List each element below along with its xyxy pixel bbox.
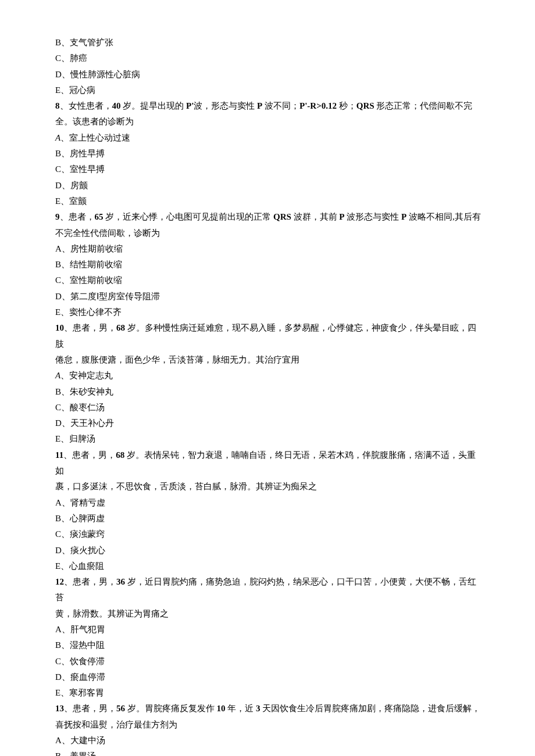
text: C、痰浊蒙窍 [55,529,105,539]
q10-option-d: D、天王补心丹 [55,415,483,431]
q11-option-e: E、心血瘀阻 [55,558,483,574]
q11-option-d: D、痰火扰心 [55,543,483,558]
text: 波群，其前 [291,212,340,221]
text: C、室性早搏 [55,164,105,174]
q7-option-c: C、肺癌 [55,51,483,66]
text: B、湿热中阻 [55,640,105,650]
q9-stem-line1: 9、患者，65 岁，近来心悸，心电图可见提前出现的正常 QRS 波群，其前 P … [55,209,483,225]
q11-option-c: C、痰浊蒙窍 [55,526,483,542]
q-number: 13 [55,704,64,713]
q7-option-b: B、支气管扩张 [55,35,483,51]
text: 喜抚按和温熨，治疗最佳方剂为 [55,720,177,729]
text: E、寒邪客胃 [55,688,104,697]
text: A、肾精亏虚 [55,498,105,507]
q10-option-e: E、归脾汤 [55,431,483,447]
q9-option-b: B、结性期前收缩 [55,257,483,273]
text: D、瘀血停滞 [55,672,105,682]
q-number: 12 [55,577,64,586]
text: P' [186,101,194,110]
q7-option-d: D、慢性肺源性心脏病 [55,67,483,83]
q10-option-b: B、朱砂安神丸 [55,384,483,400]
text: 全。该患者的诊断为 [55,117,134,126]
text: QRS [356,101,374,110]
text: 、室上性心动过速 [60,133,130,142]
q9-option-c: C、室性期前收缩 [55,273,483,288]
option-letter: A [55,371,60,380]
text: 、安神定志丸 [60,371,113,380]
q12-stem-line1: 12、患者，男，36 岁，近日胃脘灼痛，痛势急迫，脘闷灼热，纳呆恶心，口干口苦，… [55,574,483,606]
text: 秒； [337,101,356,110]
q-number: 11 [55,450,63,460]
text: 、患者，男， [64,577,116,586]
text: C、酸枣仁汤 [55,403,105,412]
text: 波略不相同,其后有 [406,212,481,221]
text: B、养胃汤 [55,751,96,756]
q11-option-a: A、肾精亏虚 [55,495,483,511]
text: 岁，近来心悸，心电图可见提前出现的正常 [104,212,274,221]
text: B、房性早搏 [55,149,105,158]
q7-option-e: E、冠心病 [55,83,483,98]
text: 不完全性代偿间歇，诊断为 [55,228,160,238]
q9-option-d: D、第二度Ⅰ型房室传导阻滞 [55,289,483,304]
text: B、心脾两虚 [55,514,105,523]
text: D、天王补心丹 [55,418,114,428]
q9-option-e: E、窦性心律不齐 [55,304,483,320]
text: 、患者， [60,212,95,221]
q-number: 10 [55,323,64,332]
text: A、大建中汤 [55,736,105,745]
option-letter: A [55,133,60,142]
text: 3 [256,704,261,713]
text: 黄，脉滑数。其辨证为胃痛之 [55,609,169,618]
text: B、支气管扩张 [55,38,113,47]
text: 波不同； [262,101,299,110]
text: D、第二度Ⅰ型房室传导阻滞 [55,292,160,301]
age: 65 [95,212,104,221]
text: 天因饮食生冷后胃脘疼痛加剧，疼痛隐隐，进食后缓解， [261,704,481,713]
text: D、房颤 [55,181,88,190]
q10-stem-line2: 倦怠，腹胀便溏，面色少华，舌淡苔薄，脉细无力。其治疗宜用 [55,352,483,368]
q11-stem-line1: 11、患者，男，68 岁。表情呆钝，智力衰退，喃喃自语，终日无语，呆若木鸡，伴脘… [55,447,483,479]
text: E、窦性心律不齐 [55,307,122,317]
q8-option-a: A、室上性心动过速 [55,130,483,146]
text: 裹，口多涎沫，不思饮食，舌质淡，苔白腻，脉滑。其辨证为痴呆之 [55,482,317,491]
q12-option-a: A、肝气犯胃 [55,622,483,637]
text: 形态正常；代偿间歇不完 [374,101,473,110]
text: 岁。胃脘疼痛反复发作 [125,704,217,713]
q8-option-b: B、房性早搏 [55,146,483,162]
q12-option-e: E、寒邪客胃 [55,685,483,701]
q9-option-a: A、房性期前收缩 [55,241,483,257]
q9-stem-line2: 不完全性代偿间歇，诊断为 [55,225,483,241]
text: 、女性患者， [60,101,112,110]
age: 56 [116,704,125,713]
q11-option-b: B、心脾两虚 [55,511,483,526]
q10-option-c: C、酸枣仁汤 [55,400,483,415]
text: 、患者，男， [64,323,116,332]
text: 波形态与窦性 [345,212,402,221]
text: E、冠心病 [55,85,95,95]
q10-option-a: A、安神定志丸 [55,368,483,384]
q12-option-c: C、饮食停滞 [55,654,483,669]
text: E、心血瘀阻 [55,561,104,571]
q13-option-b: B、养胃汤 [55,748,483,756]
q8-stem-line2: 全。该患者的诊断为 [55,114,483,130]
q-number: 8 [55,101,60,110]
text: 年，近 [226,704,256,713]
text: E、室颤 [55,196,87,206]
age: 68 [116,450,124,460]
q12-stem-line2: 黄，脉滑数。其辨证为胃痛之 [55,606,483,622]
q8-option-e: E、室颤 [55,194,483,209]
text: 波，形态与窦性 [194,101,257,110]
text: P [257,101,262,110]
q8-option-c: C、室性早搏 [55,162,483,177]
q8-stem-line1: 8、女性患者，40 岁。提早出现的 P'波，形态与窦性 P 波不同；P'-R>0… [55,98,483,114]
q8-option-d: D、房颤 [55,178,483,194]
text: D、痰火扰心 [55,546,105,555]
text: D、慢性肺源性心脏病 [55,70,140,79]
text: B、结性期前收缩 [55,260,122,269]
text: E、归脾汤 [55,434,95,443]
text: P'-R>0.12 [299,101,337,110]
text: B、朱砂安神丸 [55,387,113,396]
age: 68 [116,323,125,332]
text: QRS [273,212,291,221]
q12-option-b: B、湿热中阻 [55,637,483,653]
